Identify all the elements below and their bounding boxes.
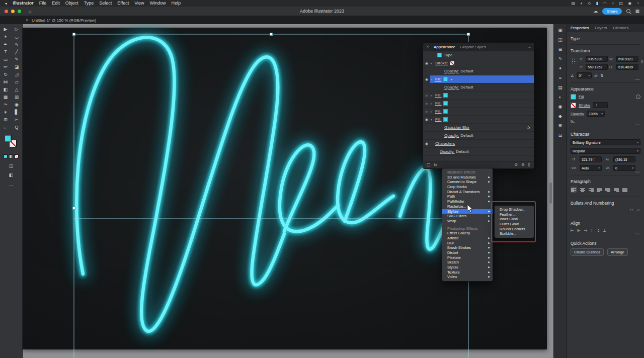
cyan-color-swatch[interactable] [443,109,448,114]
rotate-tool[interactable]: ↻ [0,70,11,78]
flip-vertical-icon[interactable]: ⇅ [600,73,604,78]
line-segment-tool[interactable]: ╱ [11,48,22,55]
expand-chevron-icon[interactable]: ▾ [431,78,435,81]
appearance-row-opacity-default[interactable]: Opacity:Default [423,132,534,140]
fill-color-swatch[interactable] [4,135,12,142]
bulleted-list-icon[interactable]: ∷ [630,208,633,213]
control-center-icon[interactable]: ◫ [619,1,623,6]
artboards-panel-icon[interactable]: ⊡ [558,133,562,138]
appearance-row-fill[interactable]: ◉▾Fill:▾ [423,75,534,83]
tab-libraries[interactable]: Libraries [613,26,628,30]
vertical-align-bottom-icon[interactable]: ⊥ [603,228,607,233]
flip-horizontal-icon[interactable]: ⇄ [594,73,598,78]
do-not-disturb-icon[interactable]: ◐ [580,1,583,6]
layers-panel-icon[interactable]: ≣ [558,123,562,128]
tab-layers[interactable]: Layers [595,26,607,30]
vertical-align-center-icon[interactable]: ≑ [597,228,600,233]
free-transform-tool[interactable]: ▱ [11,78,22,85]
cyan-color-swatch[interactable] [443,117,448,122]
appearance-row-type[interactable]: Type [423,51,534,59]
column-graph-tool[interactable]: ▋ [11,108,22,116]
effect-menu-item-convert-to-shape[interactable]: Convert to Shape▶ [442,180,493,185]
opacity-link[interactable]: Opacity [571,112,584,116]
submenu-item-outer-glow[interactable]: Outer Glow... [495,222,534,227]
cyan-color-swatch[interactable] [443,93,448,98]
siri-icon[interactable]: ◉ [628,1,631,6]
width-tool[interactable]: ⋈ [0,78,11,85]
document-tab[interactable]: Untitled-1* @ 150 % (RGB/Preview) [32,18,96,23]
font-size-field[interactable]: 321.79▴▾ [580,156,602,162]
menu-illustrator[interactable]: Illustrator [13,0,34,7]
menu-window[interactable]: Window [150,0,166,7]
add-new-effect-fx-icon[interactable]: fx [434,163,437,167]
perspective-grid-tool[interactable]: △ [11,85,22,93]
appearance-row-fill[interactable]: ◉▸Fill: [423,92,534,100]
effect-fx-icon[interactable]: fx [527,125,530,130]
color-guide-panel-icon[interactable]: ◫ [558,37,562,42]
curvature-tool[interactable]: ∿ [11,40,22,48]
submenu-item-drop-shadow[interactable]: Drop Shadow... [495,207,534,212]
paintbrush-tool[interactable]: ✎ [11,55,22,63]
w-field[interactable]: 690.9321 [616,56,638,62]
visibility-eye-icon[interactable]: ◉ [425,142,431,146]
justify-all-button[interactable] [622,187,628,193]
appearance-panel-icon[interactable]: ◉ [558,104,562,109]
duplicate-selected-item-icon[interactable]: ⊕ [521,163,525,167]
eraser-tool[interactable]: ◪ [11,63,22,70]
justify-last-left-button[interactable] [596,187,603,193]
menu-help[interactable]: Help [172,0,181,7]
reference-point-locator[interactable] [571,57,577,64]
tab-appearance[interactable]: Appearance [434,45,455,49]
transparency-panel-icon[interactable]: ◐ [559,95,561,100]
expand-chevron-icon[interactable]: ▸ [431,102,435,105]
tab-close-icon[interactable]: ✕ [26,18,29,22]
effect-menu-item-effect-gallery[interactable]: Effect Gallery... [442,231,493,236]
justify-last-center-button[interactable] [605,187,611,193]
brushes-panel-icon[interactable]: ✎ [558,56,562,61]
visibility-eye-icon[interactable]: ◉ [425,77,431,81]
appearance-row-opacity-default[interactable]: Opacity:Default [423,67,534,75]
visibility-eye-icon[interactable]: ◉ [425,110,431,114]
graphic-styles-panel-icon[interactable]: ◆ [558,114,562,119]
edit-toolbar-icon[interactable]: … [9,182,14,187]
scrollbar-thumb[interactable] [549,183,552,204]
slice-tool[interactable]: ✂ [11,116,22,123]
rotation-field[interactable]: 0°▾ [577,72,592,78]
more-options-icon[interactable]: ••• [635,123,640,126]
appearance-row-characters[interactable]: ◉Characters [423,140,534,148]
cyan-color-swatch[interactable] [437,53,442,57]
effect-menu-item-pathfinder[interactable]: Pathfinder▶ [442,199,493,204]
vertical-scrollbar[interactable] [549,25,553,356]
selection-handle-top-center[interactable] [270,33,273,36]
effect-menu-item-sketch[interactable]: Sketch▶ [442,260,493,265]
cyan-color-swatch[interactable] [443,77,448,81]
hand-tool[interactable]: ☞ [0,123,11,131]
close-window-button[interactable] [5,10,8,13]
menu-object[interactable]: Object [65,0,78,7]
justify-last-right-button[interactable] [613,187,620,193]
appearance-row-fill[interactable]: ◉▾Fill: [423,116,534,124]
search-icon[interactable] [626,9,630,13]
appearance-row-fill[interactable]: ◉▸Fill: [423,100,534,108]
magic-wand-tool[interactable]: ✶ [0,33,11,40]
horizontal-align-left-icon[interactable]: ⊢ [571,228,574,233]
submenu-item-round-corners[interactable]: Round Corners... [495,227,534,232]
effect-menu-item-stylize[interactable]: Stylize▶ [442,209,493,214]
gradient-tool[interactable]: ▥ [11,93,22,101]
info-icon[interactable]: i [636,95,640,99]
menu-select[interactable]: Select [99,0,112,7]
gradient-panel-icon[interactable]: ▤ [558,85,562,90]
more-options-icon[interactable]: ••• [635,170,640,173]
h-field[interactable]: 610.4839 [616,64,638,70]
menu-file[interactable]: File [39,0,47,7]
x-field[interactable]: 936.5339 [586,56,608,62]
screen-mode-icon[interactable]: ◧ [9,172,14,177]
appearance-row-opacity-default[interactable]: Opacity:Default [423,148,534,156]
none-fill-button[interactable] [15,154,19,158]
submenu-item-feather[interactable]: Feather... [495,212,534,217]
zoom-tool[interactable]: Q [11,123,22,131]
align-right-button[interactable] [588,187,594,193]
swatches-panel-icon[interactable]: ⊞ [558,47,562,52]
artboard-tool[interactable]: ⊞ [0,116,11,123]
appearance-row-gaussian-blur[interactable]: Gaussian Blurfx [423,124,534,132]
